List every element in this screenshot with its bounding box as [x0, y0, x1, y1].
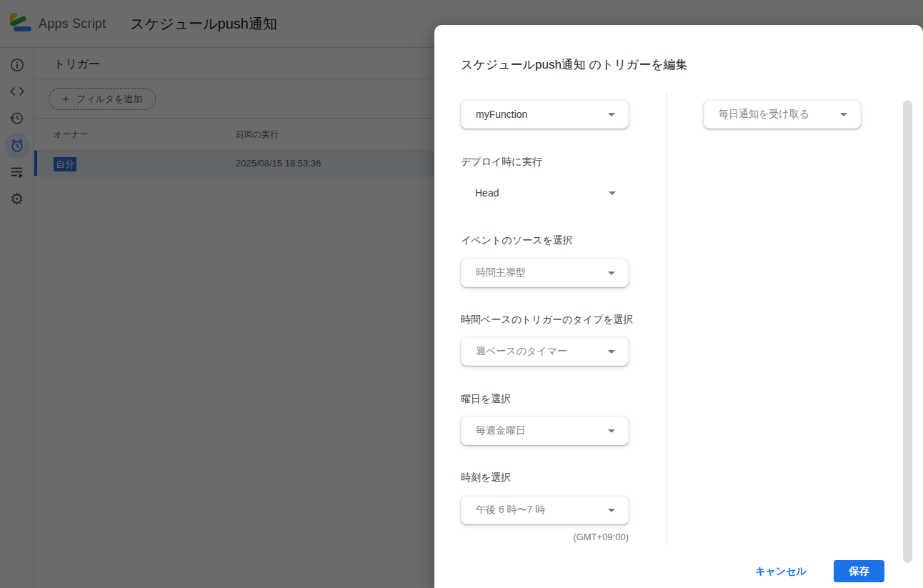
event-source-value: 時間主導型 [476, 266, 608, 279]
timer-type-value: 週ベースのタイマー [476, 345, 608, 358]
dialog-scrollbar[interactable] [903, 100, 912, 563]
chevron-down-icon [608, 113, 615, 116]
time-of-day-value: 午後 6 時〜7 時 [476, 504, 608, 517]
function-select-value: myFunction [476, 109, 608, 120]
deployment-value: Head [475, 187, 609, 199]
weekday-value: 毎週金曜日 [476, 424, 608, 437]
save-button[interactable]: 保存 [834, 560, 884, 582]
event-source-label: イベントのソースを選択 [461, 234, 573, 247]
timer-type-dropdown[interactable]: 週ベースのタイマー [461, 337, 629, 366]
deployment-dropdown[interactable]: Head [461, 179, 629, 207]
weekday-dropdown[interactable]: 毎週金曜日 [461, 417, 629, 445]
weekday-label: 曜日を選択 [461, 393, 511, 406]
chevron-down-icon [608, 271, 615, 275]
time-of-day-label: 時刻を選択 [461, 472, 511, 484]
event-source-dropdown[interactable]: 時間主導型 [461, 259, 629, 287]
notification-dropdown[interactable]: 毎日通知を受け取る [704, 100, 861, 129]
cancel-button[interactable]: キャンセル [752, 560, 809, 582]
timezone-note: (GMT+09:00) [461, 532, 629, 542]
timer-type-label: 時間ベースのトリガーのタイプを選択 [461, 314, 634, 327]
dialog-column-divider [667, 93, 667, 544]
chevron-down-icon [608, 429, 615, 433]
function-select-dropdown[interactable]: myFunction [461, 100, 629, 129]
chevron-down-icon [608, 509, 615, 512]
chevron-down-icon [840, 113, 847, 116]
edit-trigger-dialog: スケジュールpush通知 のトリガーを編集 myFunction デプロイ時に実… [434, 25, 923, 588]
chevron-down-icon [609, 191, 616, 195]
time-of-day-dropdown[interactable]: 午後 6 時〜7 時 [461, 496, 629, 524]
chevron-down-icon [608, 350, 615, 354]
notification-value: 毎日通知を受け取る [719, 108, 840, 121]
apps-script-window: Apps Script スケジュールpush通知 [0, 0, 923, 588]
deployment-label: デプロイ時に実行 [461, 156, 542, 169]
dialog-title: スケジュールpush通知 のトリガーを編集 [461, 56, 688, 73]
